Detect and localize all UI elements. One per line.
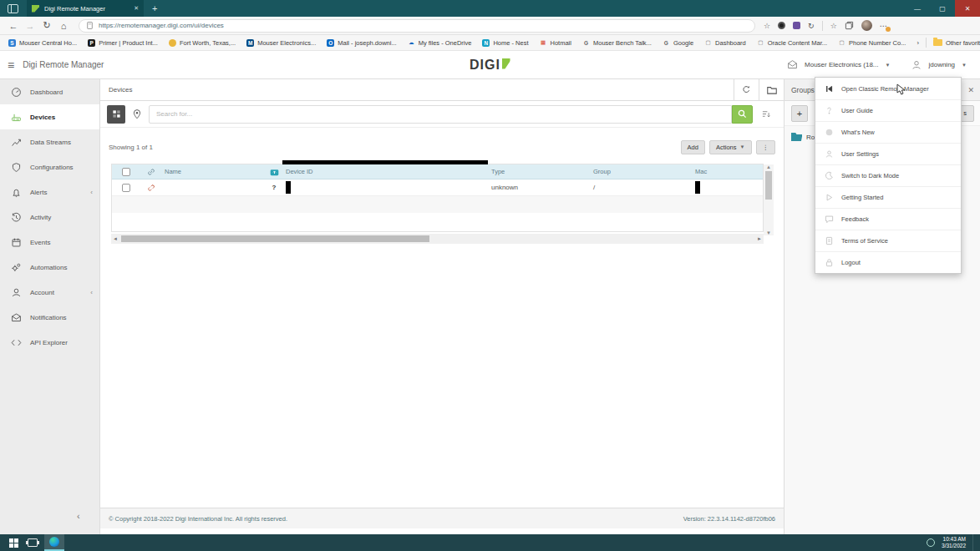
inbox-icon[interactable] — [787, 59, 798, 70]
forward-button[interactable]: → — [22, 21, 38, 31]
bookmark-item[interactable]: Fort Worth, Texas,... — [169, 39, 236, 47]
sidebar-item-events[interactable]: Events — [0, 230, 99, 255]
menu-item-terms[interactable]: Terms of Service — [815, 230, 961, 251]
menu-item-getting-started[interactable]: Getting Started — [815, 186, 961, 208]
actions-button[interactable]: Actions▼ — [709, 140, 752, 154]
taskbar-edge-button[interactable] — [44, 534, 64, 551]
profile-avatar[interactable] — [861, 20, 872, 31]
groups-close-icon[interactable]: ✕ — [967, 86, 974, 94]
horizontal-scrollbar[interactable]: ◄ ► — [111, 234, 764, 244]
menu-item-open-classic[interactable]: Open Classic Remote Manager — [815, 78, 961, 99]
sidebar-item-api-explorer[interactable]: API Explorer — [0, 330, 99, 355]
column-header-group[interactable]: Group — [590, 168, 692, 175]
org-selector[interactable]: Mouser Electronics (18... — [805, 61, 878, 68]
address-bar[interactable]: https://remotemanager.digi.com/ui/device… — [79, 19, 755, 33]
column-header-type[interactable]: Type — [488, 168, 590, 175]
bookmark-item[interactable]: MMouser Electronics... — [246, 39, 316, 47]
collections-icon[interactable] — [845, 21, 854, 30]
close-button[interactable]: ✕ — [955, 0, 980, 17]
folder-view-button[interactable] — [759, 79, 784, 101]
column-header-mac[interactable]: Mac — [692, 168, 754, 175]
bookmark-item[interactable]: ▢Oracle Content Mar... — [757, 39, 827, 47]
maximize-button[interactable]: ▢ — [930, 0, 955, 17]
add-group-button[interactable]: + — [791, 105, 808, 122]
bookmark-item[interactable]: GGoogle — [663, 39, 693, 47]
bookmark-item[interactable]: SMouser Central Ho... — [8, 39, 77, 47]
browser-tab[interactable]: Digi Remote Manager ✕ — [27, 0, 144, 17]
bookmark-item[interactable]: ☁My files - OneDrive — [408, 39, 472, 47]
reload-button[interactable]: ↻ — [38, 20, 55, 31]
scroll-down-icon[interactable]: ▼ — [766, 230, 771, 235]
bookmark-item[interactable]: ▢Dashboard — [704, 39, 746, 47]
task-view-button[interactable] — [28, 538, 38, 547]
back-button[interactable]: ← — [5, 21, 22, 31]
table-row[interactable]: ? unknown / — [112, 179, 763, 196]
select-all-checkbox[interactable] — [122, 168, 130, 176]
settings-more-icon[interactable]: ⋯ — [880, 22, 887, 30]
hamburger-menu-icon[interactable]: ≡ — [8, 58, 14, 72]
add-button[interactable]: Add — [681, 140, 705, 154]
row-checkbox[interactable] — [122, 184, 130, 192]
tab-close-icon[interactable]: ✕ — [134, 5, 139, 12]
user-menu-button[interactable]: jdowning — [928, 61, 955, 68]
sidebar-item-account[interactable]: Account ‹ — [0, 280, 99, 305]
bookmark-item[interactable]: PPrimer | Product Int... — [88, 39, 158, 47]
other-favorites-button[interactable]: Other favorites — [933, 39, 980, 47]
favorite-page-icon[interactable]: ☆ — [764, 22, 770, 30]
sort-button[interactable] — [761, 107, 771, 122]
sidebar-item-dashboard[interactable]: Dashboard — [0, 79, 99, 104]
actions-caret-icon: ▼ — [740, 144, 745, 149]
new-tab-button[interactable]: + — [152, 3, 157, 13]
favorites-icon[interactable]: ☆ — [830, 22, 837, 30]
vertical-scrollbar[interactable]: ▲ ▼ — [764, 164, 774, 235]
workspaces-icon[interactable] — [8, 4, 18, 13]
home-button[interactable]: ⌂ — [55, 21, 72, 31]
sidebar-item-devices[interactable]: Devices — [0, 104, 99, 129]
search-input[interactable] — [149, 105, 732, 124]
collections-refresh-icon[interactable]: ↻ — [808, 22, 815, 30]
start-button[interactable] — [9, 538, 18, 548]
more-options-button[interactable]: ⋮ — [756, 140, 776, 154]
extension-2-icon[interactable] — [793, 22, 800, 29]
menu-item-logout[interactable]: Logout — [815, 251, 961, 273]
refresh-button[interactable] — [734, 79, 759, 101]
bookmark-item[interactable]: GMouser Bench Talk... — [582, 39, 652, 47]
sidebar-collapse-button[interactable]: ‹ — [77, 511, 80, 521]
bookmarks-overflow-chevron[interactable]: › — [917, 39, 919, 47]
sidebar-item-notifications[interactable]: Notifications — [0, 305, 99, 330]
column-header-device-id[interactable]: Device ID — [282, 168, 488, 175]
search-button[interactable] — [732, 105, 753, 124]
extension-icon[interactable] — [778, 22, 785, 29]
tray-icon[interactable] — [927, 538, 935, 547]
sidebar-item-configurations[interactable]: Configurations — [0, 154, 99, 179]
bookmark-item[interactable]: ▦Hotmail — [540, 39, 571, 47]
menu-item-whats-new[interactable]: What's New — [815, 121, 961, 143]
sidebar-item-alerts[interactable]: Alerts ‹ — [0, 179, 99, 205]
scroll-right-icon[interactable]: ► — [757, 236, 762, 241]
show-desktop-button[interactable] — [972, 534, 975, 551]
site-info-icon[interactable] — [86, 22, 94, 29]
scroll-up-icon[interactable]: ▲ — [766, 164, 771, 169]
bookmark-item[interactable]: NHome - Nest — [482, 39, 528, 47]
sidebar-item-automations[interactable]: Automations — [0, 255, 99, 280]
list-view-button[interactable] — [107, 105, 125, 124]
sidebar-item-activity[interactable]: Activity — [0, 205, 99, 230]
sidebar-item-data-streams[interactable]: Data Streams — [0, 129, 99, 154]
bookmark-item[interactable]: OMail - joseph.downi... — [327, 39, 396, 47]
column-header-name[interactable]: Name — [161, 168, 266, 175]
menu-item-user-settings[interactable]: User Settings — [815, 143, 961, 164]
map-view-button[interactable] — [129, 105, 145, 124]
scrollbar-thumb[interactable] — [121, 235, 429, 242]
menu-item-user-guide[interactable]: User Guide — [815, 99, 961, 121]
menu-item-feedback[interactable]: Feedback — [815, 208, 961, 230]
scrollbar-thumb[interactable] — [765, 171, 772, 200]
scroll-left-icon[interactable]: ◄ — [113, 236, 118, 241]
bookmark-item[interactable]: ▢Phone Number Co... — [838, 39, 906, 47]
minimize-button[interactable]: — — [905, 0, 930, 17]
connection-column-icon[interactable] — [140, 168, 161, 176]
firmware-column-icon[interactable] — [266, 168, 282, 176]
user-caret-icon[interactable]: ▼ — [962, 63, 967, 68]
taskbar-clock[interactable]: 10:43 AM 3/31/2022 — [942, 536, 966, 549]
org-caret-icon[interactable]: ▼ — [886, 63, 891, 68]
menu-item-dark-mode[interactable]: Switch to Dark Mode — [815, 164, 961, 186]
